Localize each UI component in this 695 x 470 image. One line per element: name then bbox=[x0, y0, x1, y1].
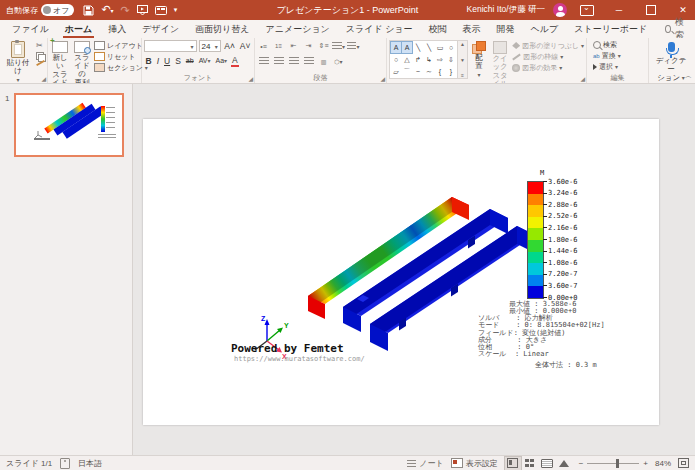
line-spacing-button[interactable]: ⇕≡ bbox=[317, 40, 330, 52]
tab-スライド ショー[interactable]: スライド ショー bbox=[338, 20, 421, 38]
dialog-launcher-icon[interactable]: ◢ bbox=[41, 75, 46, 82]
undo-icon[interactable]: ↶▾ bbox=[101, 3, 113, 17]
customize-qat-icon[interactable]: ▾ bbox=[174, 4, 178, 16]
start-slideshow-icon[interactable] bbox=[137, 5, 148, 15]
font-size-combo[interactable]: 24▾ bbox=[199, 40, 221, 52]
tab-表示[interactable]: 表示 bbox=[455, 20, 489, 38]
shape-oval-icon[interactable]: ○ bbox=[446, 42, 456, 53]
copy-icon[interactable] bbox=[36, 52, 44, 60]
paste-button[interactable]: 貼り付け ▾ bbox=[2, 40, 34, 84]
text-shadow-button[interactable]: S bbox=[174, 55, 183, 67]
display-settings-button[interactable]: 表示設定 bbox=[451, 458, 498, 469]
zoom-level[interactable]: 84% bbox=[655, 459, 671, 468]
underline-button[interactable]: U bbox=[163, 55, 172, 67]
zoom-out-button[interactable]: − bbox=[579, 459, 584, 468]
replace-button[interactable]: ab置換▾ bbox=[593, 51, 621, 60]
tab-アニメーション[interactable]: アニメーション bbox=[258, 20, 338, 38]
language-indicator[interactable]: 日本語 bbox=[78, 458, 102, 469]
slide-canvas[interactable]: Z Y X M 3.60e-63.24e-62.88e-62.52e-62.16… bbox=[143, 119, 659, 425]
text-direction-button[interactable]: ▾ bbox=[332, 40, 345, 52]
zoom-in-button[interactable]: + bbox=[643, 459, 648, 468]
shape-elbow-connector-icon[interactable]: ↱ bbox=[413, 54, 423, 65]
dialog-launcher-icon[interactable]: ◢ bbox=[580, 75, 585, 82]
normal-view-button[interactable] bbox=[505, 457, 521, 470]
shape-parallelogram-icon[interactable]: ▱ bbox=[391, 66, 401, 77]
layout-button[interactable]: レイアウト▾ bbox=[94, 41, 148, 50]
font-color-button[interactable]: A bbox=[231, 56, 240, 67]
dialog-launcher-icon[interactable]: ◢ bbox=[248, 75, 253, 82]
shape-vertical-text-box-icon[interactable]: A bbox=[402, 42, 412, 53]
slide-thumbnail[interactable] bbox=[14, 93, 124, 157]
numbering-button[interactable]: 1≡ bbox=[272, 40, 285, 52]
slideshow-view-button[interactable] bbox=[556, 457, 572, 470]
columns-button[interactable]: ▥ bbox=[317, 55, 330, 67]
search-box[interactable]: 検索 bbox=[655, 20, 695, 38]
strikethrough-button[interactable]: ab bbox=[184, 55, 195, 67]
shape-rectangle-icon[interactable]: ▭ bbox=[435, 42, 445, 53]
save-icon[interactable] bbox=[83, 5, 94, 16]
align-right-button[interactable] bbox=[287, 55, 300, 67]
shape-brace-right-icon[interactable]: } bbox=[446, 66, 456, 77]
shape-circle-icon[interactable]: ○ bbox=[391, 54, 401, 65]
shape-arrow-down-icon[interactable]: ⇩ bbox=[446, 54, 456, 65]
accessibility-icon[interactable] bbox=[60, 458, 70, 469]
change-case-button[interactable]: Aa▾ bbox=[214, 55, 229, 67]
increase-font-size-button[interactable]: A˄ bbox=[223, 40, 237, 52]
shape-elbow-arrow-icon[interactable]: ↳ bbox=[424, 54, 434, 65]
new-slide-button[interactable]: 新しい スライド ▾ bbox=[50, 40, 70, 84]
arrange-button[interactable]: 配置 ▾ bbox=[470, 40, 488, 80]
autosave-toggle[interactable]: 自動保存 オフ bbox=[6, 4, 74, 16]
tab-ホーム[interactable]: ホーム bbox=[57, 20, 100, 38]
bold-button[interactable]: B bbox=[144, 55, 153, 67]
font-name-combo[interactable]: ▾ bbox=[144, 40, 197, 52]
tab-ヘルプ[interactable]: ヘルプ bbox=[523, 20, 567, 38]
align-text-button[interactable]: ▾ bbox=[347, 40, 360, 52]
reset-button[interactable]: リセット bbox=[94, 52, 148, 61]
shape-outline-button[interactable]: 図形の枠線▾ bbox=[512, 52, 584, 61]
bullets-button[interactable]: •≡ bbox=[257, 40, 270, 52]
redo-icon[interactable]: ↷ bbox=[121, 4, 130, 16]
shape-brace-left-icon[interactable]: { bbox=[435, 66, 445, 77]
reuse-slides-button[interactable]: スライドの 再利用 bbox=[72, 40, 92, 84]
tab-開発[interactable]: 開発 bbox=[489, 20, 523, 38]
shapes-gallery-scrollbar[interactable]: ▲▼≡ bbox=[458, 40, 468, 79]
convert-smartart-button[interactable]: ⬡▾ bbox=[332, 55, 345, 67]
shape-text-box-icon[interactable]: A bbox=[391, 42, 401, 53]
shape-line-icon[interactable]: ╲ bbox=[413, 42, 423, 53]
minimize-icon[interactable]: ─ bbox=[607, 0, 631, 20]
align-center-button[interactable] bbox=[272, 55, 285, 67]
maximize-icon[interactable] bbox=[639, 0, 663, 20]
notes-button[interactable]: ノート bbox=[407, 458, 443, 469]
shape-arc-icon[interactable]: ⌒ bbox=[402, 66, 412, 77]
tab-挿入[interactable]: 挿入 bbox=[100, 20, 134, 38]
italic-button[interactable]: I bbox=[155, 55, 160, 67]
reading-view-button[interactable] bbox=[539, 457, 555, 470]
zoom-slider[interactable] bbox=[587, 463, 639, 464]
fit-slide-to-window-icon[interactable] bbox=[678, 458, 689, 468]
character-spacing-button[interactable]: AV▾ bbox=[197, 55, 212, 67]
shape-freeform-icon[interactable]: ∼ bbox=[424, 66, 434, 77]
dialog-launcher-icon[interactable]: ◢ bbox=[380, 75, 385, 82]
shape-fill-button[interactable]: 図形の塗りつぶし▾ bbox=[512, 41, 584, 50]
decrease-indent-button[interactable]: ⇤ bbox=[287, 40, 300, 52]
shape-effects-button[interactable]: 図形の効果▾ bbox=[512, 63, 584, 72]
cut-icon[interactable]: ✂ bbox=[36, 41, 45, 50]
slide-sorter-view-button[interactable] bbox=[522, 457, 538, 470]
touch-mode-icon[interactable] bbox=[155, 6, 167, 15]
justify-button[interactable] bbox=[302, 55, 315, 67]
tab-校閲[interactable]: 校閲 bbox=[421, 20, 455, 38]
collapse-ribbon-icon[interactable]: ︿ bbox=[685, 71, 692, 81]
tab-デザイン[interactable]: デザイン bbox=[134, 20, 187, 38]
tab-画面切り替え[interactable]: 画面切り替え bbox=[187, 20, 257, 38]
find-button[interactable]: 検索 bbox=[593, 40, 617, 49]
shape-triangle-icon[interactable]: △ bbox=[402, 54, 412, 65]
align-left-button[interactable] bbox=[257, 55, 270, 67]
avatar[interactable] bbox=[553, 3, 567, 17]
decrease-font-size-button[interactable]: A˅ bbox=[238, 40, 252, 52]
shape-curve-icon[interactable]: ~ bbox=[413, 66, 423, 77]
shape-arrow-right-icon[interactable]: ⇨ bbox=[435, 54, 445, 65]
ribbon-display-options-icon[interactable] bbox=[575, 0, 599, 20]
select-button[interactable]: 選択▾ bbox=[593, 62, 618, 71]
increase-indent-button[interactable]: ⇥ bbox=[302, 40, 315, 52]
tab-ストーリーボード[interactable]: ストーリーボード bbox=[566, 20, 655, 38]
